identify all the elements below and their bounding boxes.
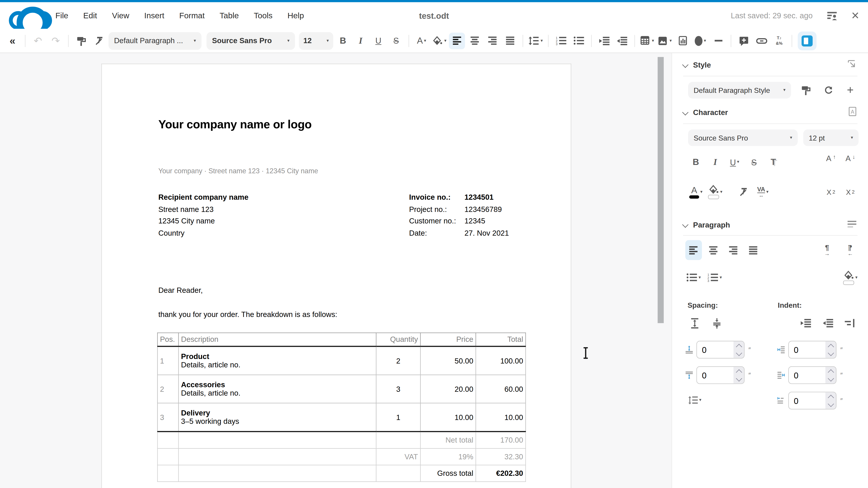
- undo-button[interactable]: ↶: [30, 32, 46, 49]
- paragraph-dialog-icon[interactable]: [847, 221, 856, 228]
- clone-formatting-button[interactable]: [73, 32, 89, 49]
- hanging-indent-button[interactable]: [843, 315, 858, 331]
- menu-table[interactable]: Table: [220, 11, 239, 20]
- sidebar-align-left-button[interactable]: [685, 240, 702, 260]
- stepper-buttons[interactable]: [734, 341, 744, 358]
- refresh-style-button[interactable]: [821, 83, 835, 98]
- sidebar-increase-indent-button[interactable]: [799, 315, 813, 331]
- clear-formatting-button[interactable]: [91, 32, 107, 49]
- stepper-buttons[interactable]: [825, 367, 836, 383]
- align-justify-button[interactable]: [502, 32, 518, 49]
- sidebar-font-color-button[interactable]: A ▾: [689, 184, 703, 200]
- special-character-button[interactable]: T♪&%: [771, 32, 787, 49]
- highlight-color-button[interactable]: ▾: [431, 32, 447, 49]
- menu-view[interactable]: View: [112, 11, 129, 20]
- font-name-dropdown[interactable]: Source Sans Pro▾: [206, 32, 295, 50]
- insert-comment-button[interactable]: [736, 32, 752, 49]
- sidebar-toggle-button[interactable]: [798, 31, 816, 50]
- align-left-button[interactable]: [449, 32, 465, 49]
- insert-table-button[interactable]: ▾: [640, 32, 655, 49]
- vertical-scrollbar[interactable]: [657, 57, 664, 323]
- decrease-indent-button[interactable]: [614, 32, 630, 49]
- sidebar-decrease-indent-button[interactable]: [821, 315, 835, 331]
- line-icon: [714, 40, 722, 41]
- ordered-list-button[interactable]: [553, 32, 569, 49]
- character-dialog-icon[interactable]: [848, 107, 856, 116]
- close-icon[interactable]: ×: [851, 9, 859, 22]
- align-center-button[interactable]: [467, 32, 483, 49]
- first-line-indent-input[interactable]: 0: [788, 392, 836, 410]
- menu-format[interactable]: Format: [179, 11, 205, 20]
- menu-edit[interactable]: Edit: [83, 11, 97, 20]
- underline-button[interactable]: U: [370, 32, 386, 49]
- sidebar-font-size-dropdown[interactable]: 12 pt▾: [803, 129, 859, 146]
- redo-button[interactable]: ↷: [48, 32, 64, 49]
- increase-indent-button[interactable]: [596, 32, 612, 49]
- new-style-button[interactable]: +: [843, 83, 858, 98]
- stepper-buttons[interactable]: [734, 367, 744, 383]
- sidebar-shadow-button[interactable]: T: [766, 154, 780, 170]
- insert-line-button[interactable]: [710, 32, 726, 49]
- paragraph-background-color-button[interactable]: ▾: [843, 270, 858, 286]
- align-right-button[interactable]: [485, 32, 500, 49]
- below-paragraph-spacing-input[interactable]: 0: [696, 366, 745, 384]
- sidebar-align-center-button[interactable]: [705, 242, 722, 258]
- sidebar-unordered-list-button[interactable]: ▾: [686, 270, 701, 286]
- collaboration-users-icon[interactable]: [827, 11, 837, 20]
- grow-font-button[interactable]: A↑: [824, 154, 838, 170]
- font-size-dropdown[interactable]: 12▾: [299, 32, 333, 50]
- sidebar-clear-formatting-button[interactable]: [736, 184, 751, 200]
- document-canvas[interactable]: Your company name or logo Your company ·…: [0, 53, 672, 488]
- sidebar-font-name-dropdown[interactable]: Source Sans Pro▾: [688, 129, 798, 146]
- line-spacing-button[interactable]: ▾: [528, 32, 544, 49]
- menu-insert[interactable]: Insert: [144, 11, 164, 20]
- insert-chart-button[interactable]: [675, 32, 691, 49]
- nextcloud-logo: [9, 6, 45, 25]
- unordered-list-button[interactable]: [571, 32, 587, 49]
- chevron-down-icon: ▾: [670, 38, 672, 43]
- sidebar-italic-button[interactable]: I: [708, 154, 722, 170]
- sidebar-highlight-color-button[interactable]: ▾: [708, 184, 722, 200]
- font-color-button[interactable]: A▾: [413, 32, 430, 49]
- character-section-header[interactable]: Character: [683, 108, 728, 117]
- document-page[interactable]: Your company name or logo Your company ·…: [101, 64, 571, 488]
- menu-tools[interactable]: Tools: [254, 11, 273, 20]
- sidebar-underline-button[interactable]: U▾: [727, 154, 742, 170]
- sidebar-align-justify-button[interactable]: [745, 242, 762, 258]
- decrease-spacing-button[interactable]: [710, 315, 724, 331]
- sidebar-align-right-button[interactable]: [725, 242, 742, 258]
- sidebar-line-spacing-button[interactable]: ▾: [688, 392, 702, 408]
- paragraph-rtl-button[interactable]: ¶←: [843, 242, 858, 258]
- stepper-buttons[interactable]: [825, 341, 836, 358]
- strikethrough-button[interactable]: S: [388, 32, 404, 49]
- insert-shape-button[interactable]: ▾: [692, 32, 709, 49]
- superscript-button[interactable]: X2: [824, 184, 838, 200]
- above-paragraph-spacing-input[interactable]: 0: [696, 341, 745, 359]
- style-select-dropdown[interactable]: Default Paragraph Style▾: [688, 82, 791, 98]
- bold-button[interactable]: B: [335, 32, 351, 49]
- update-style-button[interactable]: [799, 83, 813, 98]
- insert-image-button[interactable]: ▾: [657, 32, 673, 49]
- paragraph-ltr-button[interactable]: ¶→: [820, 242, 834, 258]
- chevron-down-icon: ▾: [766, 190, 769, 194]
- menu-help[interactable]: Help: [287, 11, 304, 20]
- sidebar-ordered-list-button[interactable]: ▾: [708, 270, 722, 286]
- sidebar-strikethrough-button[interactable]: S: [747, 154, 761, 170]
- sidebar-bold-button[interactable]: B: [689, 154, 703, 170]
- popout-icon[interactable]: [847, 60, 856, 68]
- increase-spacing-button[interactable]: [688, 315, 702, 331]
- paragraph-section-header[interactable]: Paragraph: [683, 221, 730, 229]
- shrink-font-button[interactable]: A↓: [843, 154, 858, 170]
- subscript-button[interactable]: X2: [843, 184, 858, 200]
- intro-line: thank you for your order. The breakdown …: [158, 311, 337, 319]
- paragraph-style-dropdown[interactable]: Default Paragraph ...▾: [108, 32, 202, 50]
- character-spacing-button[interactable]: VA↔ ▾: [756, 184, 770, 200]
- italic-button[interactable]: I: [352, 32, 369, 49]
- collapse-toolbar-button[interactable]: «: [4, 32, 21, 49]
- insert-hyperlink-button[interactable]: [753, 32, 770, 49]
- after-text-indent-input[interactable]: 0: [788, 366, 836, 384]
- stepper-buttons[interactable]: [825, 392, 836, 409]
- menu-file[interactable]: File: [55, 11, 68, 20]
- style-section-header[interactable]: Style: [683, 61, 711, 69]
- before-text-indent-input[interactable]: 0: [788, 341, 836, 359]
